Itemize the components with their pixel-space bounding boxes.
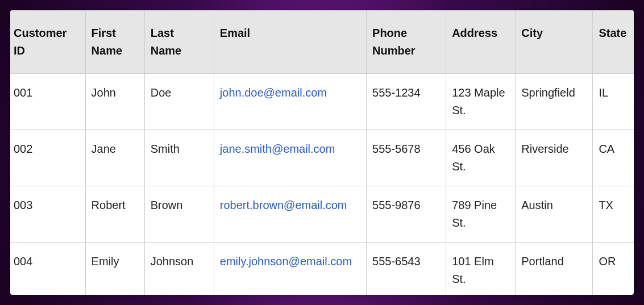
col-header-customer-id: Customer ID [10,11,85,74]
table-row: 002 Jane Smith jane.smith@email.com 555-… [10,130,634,186]
cell-last-name: Brown [144,186,214,243]
cell-state: CA [593,130,634,186]
cell-address: 789 Pine St. [446,186,516,243]
cell-email: robert.brown@email.com [214,186,366,243]
page-backdrop: Customer ID First Name Last Name Email P… [0,0,644,305]
email-link[interactable]: jane.smith@email.com [220,143,335,155]
cell-customer-id: 002 [10,130,85,186]
cell-phone: 555-5678 [367,130,446,186]
col-header-first-name: First Name [85,11,144,74]
cell-state: OR [593,243,634,295]
cell-first-name: John [85,74,144,130]
cell-phone: 555-6543 [367,243,446,295]
cell-first-name: Robert [85,186,144,243]
cell-customer-id: 004 [10,243,85,295]
col-header-state: State [593,11,634,74]
email-link[interactable]: john.doe@email.com [220,86,327,99]
table-card: Customer ID First Name Last Name Email P… [10,10,634,295]
cell-customer-id: 003 [10,186,85,243]
cell-state: IL [593,74,634,130]
table-row: 003 Robert Brown robert.brown@email.com … [10,186,634,243]
cell-first-name: Jane [85,130,144,186]
customers-table: Customer ID First Name Last Name Email P… [10,10,634,295]
cell-last-name: Smith [144,130,214,186]
cell-state: TX [593,186,634,243]
cell-address: 101 Elm St. [446,243,516,295]
email-link[interactable]: emily.johnson@email.com [220,255,352,268]
table-row: 004 Emily Johnson emily.johnson@email.co… [10,243,634,295]
table-row: 001 John Doe john.doe@email.com 555-1234… [10,74,634,130]
col-header-email: Email [214,11,366,74]
table-header-row: Customer ID First Name Last Name Email P… [10,11,634,74]
cell-city: Austin [516,186,593,243]
cell-email: john.doe@email.com [214,74,366,130]
cell-last-name: Johnson [144,243,214,295]
cell-email: emily.johnson@email.com [214,243,366,295]
cell-customer-id: 001 [10,74,85,130]
cell-email: jane.smith@email.com [214,130,366,186]
email-link[interactable]: robert.brown@email.com [220,199,347,211]
col-header-last-name: Last Name [144,11,214,74]
cell-first-name: Emily [85,243,144,295]
cell-address: 123 Maple St. [446,74,516,130]
cell-city: Riverside [516,130,593,186]
cell-city: Portland [516,243,593,295]
cell-phone: 555-9876 [367,186,446,243]
col-header-address: Address [446,11,516,74]
cell-last-name: Doe [144,74,214,130]
col-header-city: City [516,11,593,74]
cell-address: 456 Oak St. [446,130,516,186]
cell-city: Springfield [516,74,593,130]
col-header-phone: Phone Number [367,11,446,74]
cell-phone: 555-1234 [367,74,446,130]
